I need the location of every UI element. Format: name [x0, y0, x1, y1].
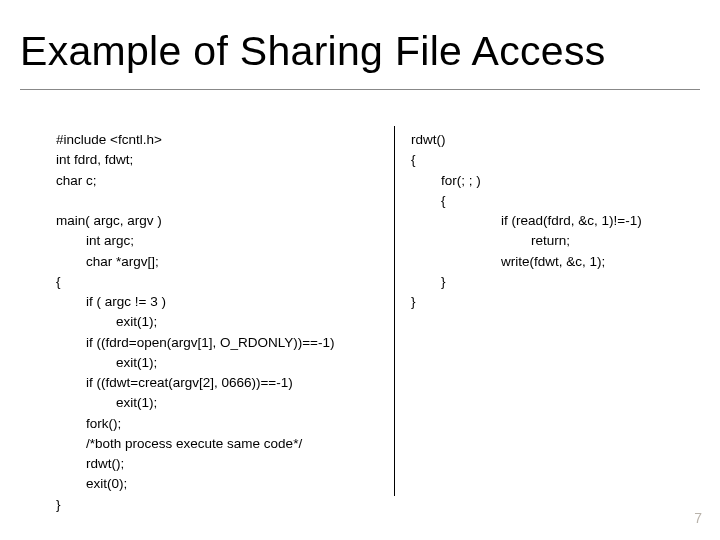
page-number: 7 [694, 510, 702, 526]
code-right: rdwt() { for(; ; ) { if (read(fdrd, &c, … [411, 130, 680, 500]
slide-title: Example of Sharing File Access [20, 28, 700, 90]
code-left: #include <fcntl.h> int fdrd, fdwt; char … [56, 130, 386, 500]
content-columns: #include <fcntl.h> int fdrd, fdwt; char … [56, 130, 680, 500]
slide: Example of Sharing File Access #include … [0, 0, 720, 540]
column-divider [394, 126, 395, 496]
